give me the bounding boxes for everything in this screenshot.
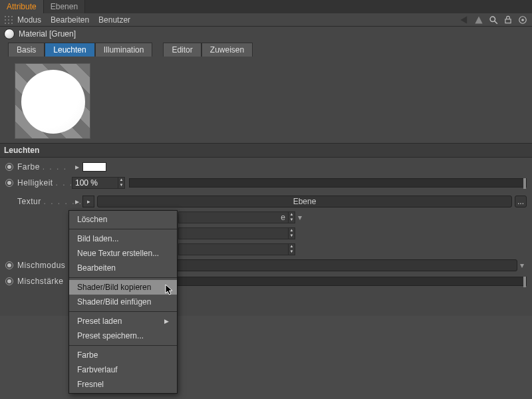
row-farbe: Farbe . . . . ▸: [0, 159, 532, 175]
search-icon[interactable]: [488, 15, 499, 25]
input-sub-3[interactable]: ▲▼: [178, 243, 295, 255]
tab-basis[interactable]: Basis: [8, 43, 45, 57]
label-mischmodus: Mischmodus: [17, 261, 65, 270]
color-swatch-farbe[interactable]: [82, 162, 106, 172]
row-helligkeit: Helligkeit . . . 100 % ▲▼: [0, 175, 532, 191]
section-leuchten-header: Leuchten: [0, 143, 532, 158]
tab-leuchten[interactable]: Leuchten: [45, 43, 94, 57]
material-ball-icon: [4, 29, 15, 39]
label-helligkeit: Helligkeit: [17, 178, 53, 188]
input-helligkeit[interactable]: 100 % ▲▼: [72, 177, 125, 189]
spinner-sub-1[interactable]: ▲▼: [288, 212, 295, 223]
spinner-sub-2[interactable]: ▲▼: [288, 228, 295, 239]
texture-field[interactable]: Ebene: [97, 196, 512, 207]
texture-popup-button[interactable]: ▸: [82, 196, 94, 207]
tab-ebenen[interactable]: Ebenen: [44, 0, 85, 13]
menu-item-loeschen[interactable]: Löschen: [69, 212, 177, 227]
svg-point-6: [521, 19, 524, 21]
spinner-helligkeit[interactable]: ▲▼: [118, 178, 124, 188]
menu-separator: [69, 345, 177, 346]
menu-item-bild-laden[interactable]: Bild laden...: [69, 231, 177, 246]
row-textur: Textur . . . . . . ▸ ▸ Ebene ...: [0, 194, 532, 209]
material-title: Material [Gruen]: [19, 29, 76, 39]
texture-more-button[interactable]: ...: [515, 196, 527, 207]
nav-up-icon[interactable]: [473, 15, 484, 25]
nav-back-icon[interactable]: [459, 15, 469, 25]
svg-marker-0: [460, 16, 467, 23]
menu-separator: [69, 277, 177, 278]
material-preview-row: [0, 59, 532, 143]
input-sub-1[interactable]: e ▲▼: [178, 211, 295, 223]
svg-rect-4: [505, 19, 511, 23]
slider-thumb-helligkeit[interactable]: [523, 178, 526, 189]
menu-item-farbe[interactable]: Farbe: [69, 348, 177, 362]
lock-icon[interactable]: [503, 15, 513, 25]
svg-line-3: [495, 21, 497, 23]
radio-mischstaerke[interactable]: [5, 277, 13, 285]
panel-tab-bar: Attribute Ebenen: [0, 0, 532, 13]
menu-item-bearbeiten[interactable]: Bearbeiten: [69, 261, 177, 275]
chevron-sub-1-icon[interactable]: ▾: [295, 213, 305, 222]
radio-mischmodus[interactable]: [5, 261, 13, 269]
texture-value: Ebene: [293, 197, 317, 206]
preview-sphere: [21, 70, 85, 134]
menu-item-shader-einfuegen[interactable]: Shader/Bild einfügen: [69, 295, 177, 309]
texture-context-menu: Löschen Bild laden... Neue Textur erstel…: [68, 210, 178, 394]
menu-bearbeiten[interactable]: Bearbeiten: [51, 15, 89, 25]
drag-grip-icon[interactable]: [4, 15, 13, 25]
chevron-mischmodus-icon[interactable]: ▾: [517, 261, 527, 270]
label-mischstaerke: Mischstärke: [17, 277, 64, 286]
slider-thumb-mischstaerke[interactable]: [523, 277, 526, 287]
tab-attribute[interactable]: Attribute: [0, 0, 44, 13]
channel-tab-bar: Basis Leuchten Illumination Editor Zuwei…: [0, 41, 532, 59]
label-farbe: Farbe: [17, 162, 40, 172]
attribute-toolbar: Modus Bearbeiten Benutzer: [0, 13, 532, 27]
value-helligkeit: 100 %: [72, 178, 118, 188]
value-sub-1: e: [179, 213, 288, 222]
spinner-sub-3[interactable]: ▲▼: [288, 244, 295, 255]
menu-item-preset-speichern[interactable]: Preset speichern...: [69, 329, 177, 343]
menu-benutzer[interactable]: Benutzer: [98, 15, 130, 25]
menu-item-neue-textur[interactable]: Neue Textur erstellen...: [69, 246, 177, 261]
material-header: Material [Gruen]: [0, 27, 532, 41]
menu-item-fresnel[interactable]: Fresnel: [69, 377, 177, 392]
menu-separator: [69, 311, 177, 312]
svg-point-2: [490, 17, 495, 21]
expand-textur-icon[interactable]: ▸: [73, 197, 81, 206]
settings-icon[interactable]: [517, 15, 528, 25]
tab-zuweisen[interactable]: Zuweisen: [201, 43, 253, 57]
submenu-arrow-icon: ▶: [164, 318, 169, 325]
menu-item-preset-laden[interactable]: Preset laden▶: [69, 314, 177, 329]
menu-item-shader-kopieren[interactable]: Shader/Bild kopieren: [69, 280, 177, 295]
label-textur: Textur: [17, 197, 41, 206]
tab-editor[interactable]: Editor: [163, 43, 201, 57]
menu-modus[interactable]: Modus: [17, 15, 41, 25]
menu-item-farbverlauf[interactable]: Farbverlauf: [69, 362, 177, 377]
radio-farbe[interactable]: [5, 163, 13, 171]
svg-marker-1: [475, 16, 482, 23]
material-preview-swatch[interactable]: [15, 63, 90, 139]
tab-illumination[interactable]: Illumination: [95, 43, 153, 57]
expand-farbe-icon[interactable]: ▸: [73, 162, 81, 172]
input-sub-2[interactable]: ▲▼: [178, 227, 295, 239]
slider-helligkeit[interactable]: [129, 178, 527, 188]
menu-separator: [69, 229, 177, 229]
radio-helligkeit[interactable]: [5, 179, 13, 187]
